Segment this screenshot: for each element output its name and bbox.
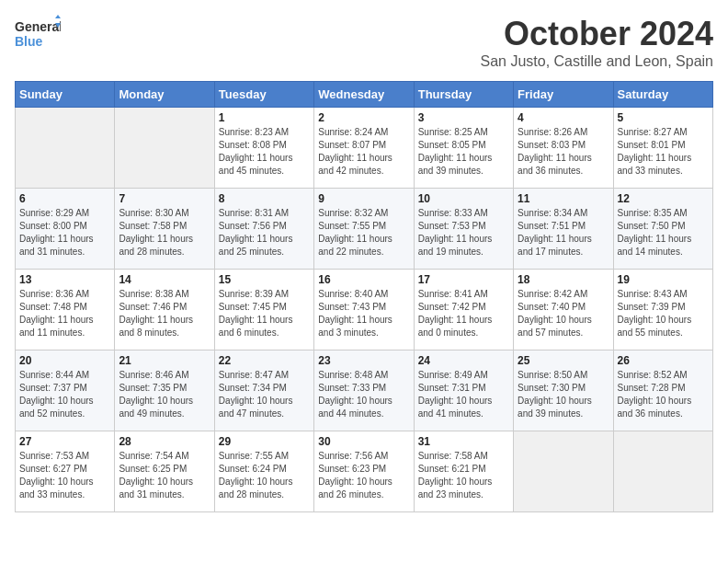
day-number: 30	[318, 435, 409, 448]
header-day-monday: Monday	[115, 82, 214, 108]
day-detail: Sunrise: 8:40 AM Sunset: 7:43 PM Dayligh…	[318, 288, 409, 339]
day-number: 25	[518, 354, 609, 367]
day-cell: 24Sunrise: 8:49 AM Sunset: 7:31 PM Dayli…	[414, 350, 513, 431]
day-cell: 2Sunrise: 8:24 AM Sunset: 8:07 PM Daylig…	[314, 108, 414, 189]
svg-text:Blue: Blue	[15, 34, 43, 49]
svg-text:General: General	[15, 19, 61, 34]
day-number: 29	[219, 435, 310, 448]
day-number: 4	[518, 111, 609, 124]
day-number: 8	[219, 192, 310, 205]
day-detail: Sunrise: 8:41 AM Sunset: 7:42 PM Dayligh…	[418, 288, 509, 339]
day-cell: 5Sunrise: 8:27 AM Sunset: 8:01 PM Daylig…	[613, 108, 712, 189]
header-day-saturday: Saturday	[613, 82, 712, 108]
day-number: 20	[19, 354, 110, 367]
location-title: San Justo, Castille and Leon, Spain	[481, 53, 714, 70]
day-cell: 29Sunrise: 7:55 AM Sunset: 6:24 PM Dayli…	[214, 431, 313, 512]
week-row-1: 1Sunrise: 8:23 AM Sunset: 8:08 PM Daylig…	[16, 108, 713, 189]
day-cell: 25Sunrise: 8:50 AM Sunset: 7:30 PM Dayli…	[514, 350, 613, 431]
day-detail: Sunrise: 7:53 AM Sunset: 6:27 PM Dayligh…	[19, 450, 110, 501]
day-number: 26	[618, 354, 709, 367]
day-detail: Sunrise: 7:54 AM Sunset: 6:25 PM Dayligh…	[119, 450, 210, 501]
day-detail: Sunrise: 8:52 AM Sunset: 7:28 PM Dayligh…	[618, 369, 709, 420]
day-detail: Sunrise: 8:43 AM Sunset: 7:39 PM Dayligh…	[618, 288, 709, 339]
header-day-thursday: Thursday	[414, 82, 513, 108]
day-detail: Sunrise: 8:29 AM Sunset: 8:00 PM Dayligh…	[19, 207, 110, 259]
day-cell: 27Sunrise: 7:53 AM Sunset: 6:27 PM Dayli…	[16, 431, 115, 512]
day-number: 1	[219, 111, 310, 124]
header-day-tuesday: Tuesday	[214, 82, 313, 108]
days-header-row: SundayMondayTuesdayWednesdayThursdayFrid…	[16, 82, 713, 108]
week-row-2: 6Sunrise: 8:29 AM Sunset: 8:00 PM Daylig…	[16, 189, 713, 270]
day-number: 21	[119, 354, 210, 367]
day-number: 16	[318, 273, 409, 286]
day-cell: 21Sunrise: 8:46 AM Sunset: 7:35 PM Dayli…	[115, 350, 214, 431]
day-cell: 13Sunrise: 8:36 AM Sunset: 7:48 PM Dayli…	[16, 270, 115, 350]
day-number: 22	[219, 354, 310, 367]
header-day-wednesday: Wednesday	[314, 82, 414, 108]
day-number: 10	[418, 192, 509, 205]
day-cell: 12Sunrise: 8:35 AM Sunset: 7:50 PM Dayli…	[613, 189, 712, 270]
day-number: 28	[119, 435, 210, 448]
day-cell: 15Sunrise: 8:39 AM Sunset: 7:45 PM Dayli…	[214, 270, 313, 350]
logo-svg: General Blue	[15, 15, 61, 53]
day-number: 31	[418, 435, 509, 448]
day-detail: Sunrise: 8:24 AM Sunset: 8:07 PM Dayligh…	[318, 126, 409, 178]
day-cell: 9Sunrise: 8:32 AM Sunset: 7:55 PM Daylig…	[314, 189, 414, 270]
day-detail: Sunrise: 8:27 AM Sunset: 8:01 PM Dayligh…	[618, 126, 709, 178]
day-cell: 7Sunrise: 8:30 AM Sunset: 7:58 PM Daylig…	[115, 189, 214, 270]
day-cell: 1Sunrise: 8:23 AM Sunset: 8:08 PM Daylig…	[214, 108, 313, 189]
day-cell: 11Sunrise: 8:34 AM Sunset: 7:51 PM Dayli…	[514, 189, 613, 270]
day-number: 24	[418, 354, 509, 367]
day-detail: Sunrise: 7:56 AM Sunset: 6:23 PM Dayligh…	[318, 450, 409, 501]
day-number: 5	[618, 111, 709, 124]
day-cell: 4Sunrise: 8:26 AM Sunset: 8:03 PM Daylig…	[514, 108, 613, 189]
day-detail: Sunrise: 8:46 AM Sunset: 7:35 PM Dayligh…	[119, 369, 210, 420]
day-detail: Sunrise: 8:44 AM Sunset: 7:37 PM Dayligh…	[19, 369, 110, 420]
day-detail: Sunrise: 8:36 AM Sunset: 7:48 PM Dayligh…	[19, 288, 110, 339]
day-detail: Sunrise: 7:58 AM Sunset: 6:21 PM Dayligh…	[418, 450, 509, 501]
header-day-friday: Friday	[514, 82, 613, 108]
day-cell	[16, 108, 115, 189]
day-number: 18	[518, 273, 609, 286]
month-title: October 2024	[481, 15, 714, 53]
day-cell: 28Sunrise: 7:54 AM Sunset: 6:25 PM Dayli…	[115, 431, 214, 512]
day-number: 15	[219, 273, 310, 286]
day-detail: Sunrise: 8:23 AM Sunset: 8:08 PM Dayligh…	[219, 126, 310, 178]
day-detail: Sunrise: 8:32 AM Sunset: 7:55 PM Dayligh…	[318, 207, 409, 259]
logo: General Blue	[15, 15, 61, 53]
day-cell: 16Sunrise: 8:40 AM Sunset: 7:43 PM Dayli…	[314, 270, 414, 350]
day-number: 13	[19, 273, 110, 286]
day-cell: 14Sunrise: 8:38 AM Sunset: 7:46 PM Dayli…	[115, 270, 214, 350]
svg-marker-2	[55, 15, 61, 18]
day-detail: Sunrise: 8:31 AM Sunset: 7:56 PM Dayligh…	[219, 207, 310, 259]
day-number: 3	[418, 111, 509, 124]
day-number: 19	[618, 273, 709, 286]
header-day-sunday: Sunday	[16, 82, 115, 108]
day-number: 7	[119, 192, 210, 205]
day-cell: 18Sunrise: 8:42 AM Sunset: 7:40 PM Dayli…	[514, 270, 613, 350]
day-cell	[514, 431, 613, 512]
day-detail: Sunrise: 8:25 AM Sunset: 8:05 PM Dayligh…	[418, 126, 509, 178]
day-cell: 23Sunrise: 8:48 AM Sunset: 7:33 PM Dayli…	[314, 350, 414, 431]
day-number: 17	[418, 273, 509, 286]
week-row-3: 13Sunrise: 8:36 AM Sunset: 7:48 PM Dayli…	[16, 270, 713, 350]
day-detail: Sunrise: 8:47 AM Sunset: 7:34 PM Dayligh…	[219, 369, 310, 420]
day-cell: 26Sunrise: 8:52 AM Sunset: 7:28 PM Dayli…	[613, 350, 712, 431]
day-number: 14	[119, 273, 210, 286]
day-cell: 17Sunrise: 8:41 AM Sunset: 7:42 PM Dayli…	[414, 270, 513, 350]
calendar-table: SundayMondayTuesdayWednesdayThursdayFrid…	[15, 81, 713, 512]
day-number: 27	[19, 435, 110, 448]
day-cell	[613, 431, 712, 512]
day-detail: Sunrise: 8:42 AM Sunset: 7:40 PM Dayligh…	[518, 288, 609, 339]
day-number: 23	[318, 354, 409, 367]
week-row-4: 20Sunrise: 8:44 AM Sunset: 7:37 PM Dayli…	[16, 350, 713, 431]
day-number: 6	[19, 192, 110, 205]
day-cell: 10Sunrise: 8:33 AM Sunset: 7:53 PM Dayli…	[414, 189, 513, 270]
day-detail: Sunrise: 8:26 AM Sunset: 8:03 PM Dayligh…	[518, 126, 609, 178]
day-detail: Sunrise: 8:38 AM Sunset: 7:46 PM Dayligh…	[119, 288, 210, 339]
day-number: 9	[318, 192, 409, 205]
day-detail: Sunrise: 8:49 AM Sunset: 7:31 PM Dayligh…	[418, 369, 509, 420]
day-detail: Sunrise: 8:33 AM Sunset: 7:53 PM Dayligh…	[418, 207, 509, 259]
day-cell	[115, 108, 214, 189]
day-number: 11	[518, 192, 609, 205]
